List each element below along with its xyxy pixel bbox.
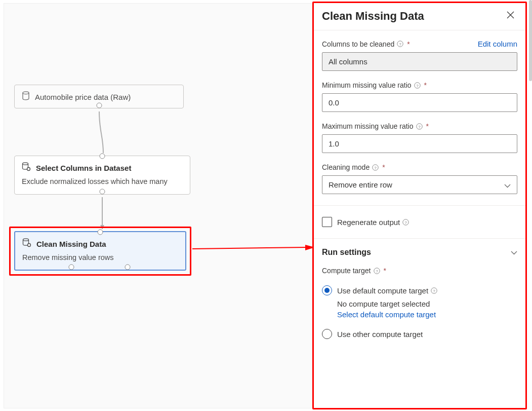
compute-target-label: Compute target ? *	[322, 267, 386, 275]
app-root: Automobile price data (Raw)	[0, 0, 532, 411]
input-port[interactable]	[100, 154, 105, 159]
info-icon[interactable]: ?	[416, 123, 423, 130]
node-subtitle: Exclude normalized losses which have man…	[22, 177, 183, 185]
svg-point-5	[23, 239, 29, 241]
svg-marker-4	[100, 225, 104, 229]
info-icon[interactable]: ?	[374, 268, 380, 274]
columns-label: Columns to be cleaned ? *	[322, 40, 410, 48]
scrollbar-track[interactable]	[529, 0, 532, 411]
svg-text:?: ?	[376, 269, 378, 273]
panel-title: Clean Missing Data	[322, 10, 424, 23]
node-automobile-price-data[interactable]: Automobile price data (Raw)	[14, 85, 184, 108]
columns-value-box[interactable]: All columns	[322, 52, 517, 71]
required-indicator: *	[426, 122, 429, 130]
node-select-columns[interactable]: Select Columns in Dataset Exclude normal…	[14, 156, 190, 195]
info-icon[interactable]: ?	[431, 287, 437, 294]
required-indicator: *	[382, 163, 385, 171]
regenerate-label: Regenerate output ?	[337, 218, 409, 227]
pipeline-canvas[interactable]: Automobile price data (Raw)	[4, 3, 312, 408]
output-port[interactable]	[100, 189, 105, 195]
svg-point-1	[23, 163, 28, 165]
close-button[interactable]	[505, 9, 516, 23]
run-settings-section: Run settings Compute target ? *	[314, 239, 525, 348]
info-icon[interactable]: ?	[402, 219, 409, 226]
output-port[interactable]	[96, 103, 102, 108]
cleaning-mode-label: Cleaning mode ? *	[322, 163, 385, 171]
connector-2-3	[101, 197, 103, 229]
no-compute-note: No compute target selected	[337, 300, 517, 308]
svg-text:?: ?	[405, 220, 407, 225]
chevron-down-icon	[511, 248, 517, 257]
radio-use-other[interactable]	[322, 329, 332, 339]
radio-use-other-label: Use other compute target	[337, 330, 423, 339]
max-ratio-label: Maximum missing value ratio ? *	[322, 122, 429, 130]
min-ratio-input[interactable]	[322, 93, 517, 112]
input-port[interactable]	[98, 230, 103, 235]
required-indicator: *	[407, 40, 410, 48]
svg-text:?: ?	[433, 288, 435, 293]
radio-use-default-label: Use default compute target ?	[337, 286, 437, 295]
cleaning-mode-value: Remove entire row	[329, 180, 392, 189]
compute-target-radio-group: Use default compute target ? No compute …	[322, 280, 517, 343]
panel-header: Clean Missing Data	[314, 3, 525, 30]
node-title: Automobile price data (Raw)	[35, 93, 131, 101]
scrollbar-thumb[interactable]	[529, 0, 532, 81]
svg-text:?: ?	[416, 83, 419, 88]
database-gear-icon	[22, 162, 31, 173]
output-port-1[interactable]	[68, 265, 74, 270]
main-settings-section: Columns to be cleaned ? * Edit column Al…	[314, 30, 525, 206]
radio-use-default[interactable]	[322, 285, 332, 295]
run-settings-title: Run settings	[322, 248, 371, 257]
svg-line-7	[192, 247, 307, 249]
select-default-compute-link[interactable]: Select default compute target	[337, 310, 517, 319]
regenerate-row: Regenerate output ?	[314, 206, 525, 239]
database-icon	[22, 91, 30, 102]
svg-text:?: ?	[418, 124, 421, 129]
required-indicator: *	[424, 81, 427, 89]
node-title: Clean Missing Data	[36, 240, 106, 248]
info-icon[interactable]: ?	[414, 82, 421, 89]
annotation-arrow	[192, 245, 315, 251]
edit-column-link[interactable]: Edit column	[478, 40, 517, 48]
svg-point-0	[23, 92, 29, 94]
min-ratio-label: Minimum missing value ratio ? *	[322, 81, 427, 89]
output-port-2[interactable]	[125, 265, 130, 270]
max-ratio-input[interactable]	[322, 134, 517, 153]
properties-panel: Clean Missing Data Columns to be cleaned…	[312, 2, 527, 409]
cleaning-mode-select[interactable]: Remove entire row	[322, 175, 517, 194]
info-icon[interactable]: ?	[397, 41, 403, 47]
node-subtitle: Remove missing value rows	[22, 253, 178, 261]
chevron-down-icon	[504, 181, 511, 190]
regenerate-checkbox[interactable]	[322, 217, 332, 227]
database-gear-icon	[22, 238, 31, 249]
run-settings-header[interactable]: Run settings	[322, 248, 517, 257]
node-title: Select Columns in Dataset	[36, 164, 131, 172]
svg-text:?: ?	[374, 165, 377, 170]
node-clean-missing-data[interactable]: Clean Missing Data Remove missing value …	[14, 231, 186, 271]
required-indicator: *	[384, 267, 386, 275]
info-icon[interactable]: ?	[372, 164, 379, 171]
connector-1-2	[98, 111, 108, 154]
svg-text:?: ?	[399, 42, 401, 47]
